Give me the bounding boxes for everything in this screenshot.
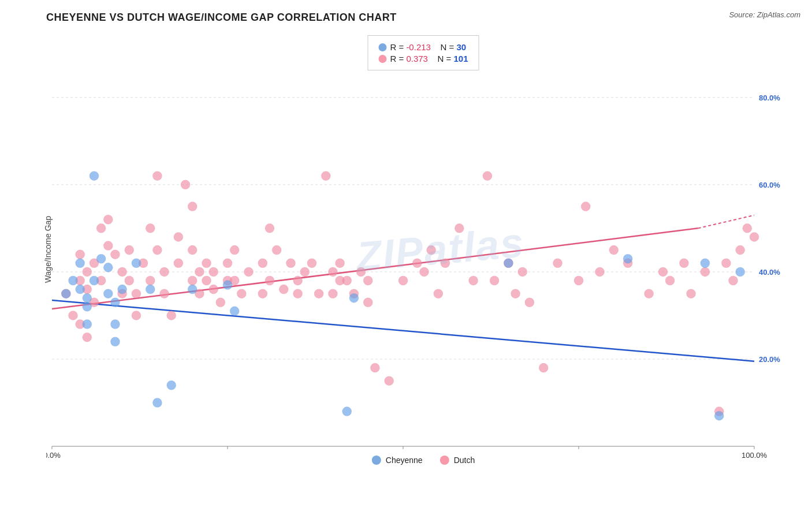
svg-point-69 (265, 276, 274, 285)
svg-point-72 (279, 285, 288, 294)
chart-title: CHEYENNE VS DUTCH WAGE/INCOME GAP CORREL… (46, 12, 800, 24)
svg-point-39 (132, 289, 141, 298)
svg-point-100 (490, 276, 499, 285)
svg-point-50 (181, 180, 190, 189)
svg-text:0.0%: 0.0% (46, 451, 61, 460)
svg-point-49 (174, 232, 183, 241)
dutch-n-value: 101 (454, 54, 468, 64)
svg-point-58 (209, 285, 218, 294)
svg-point-26 (83, 333, 92, 342)
svg-point-23 (76, 250, 85, 259)
svg-point-48 (174, 259, 183, 268)
svg-point-110 (609, 245, 619, 255)
svg-point-62 (223, 259, 232, 268)
svg-point-152 (714, 411, 724, 420)
svg-point-86 (356, 267, 366, 277)
svg-point-119 (721, 259, 731, 268)
svg-point-46 (160, 289, 169, 298)
svg-point-56 (202, 276, 211, 285)
svg-point-68 (258, 289, 267, 298)
svg-point-133 (96, 254, 106, 263)
svg-point-135 (103, 289, 113, 298)
svg-point-112 (645, 289, 654, 298)
svg-point-65 (237, 289, 246, 298)
svg-text:100.0%: 100.0% (742, 451, 768, 460)
svg-point-44 (152, 245, 162, 255)
svg-point-102 (511, 289, 520, 298)
svg-point-120 (729, 276, 738, 285)
svg-point-80 (328, 267, 337, 277)
svg-point-54 (195, 267, 204, 277)
svg-point-124 (61, 289, 70, 298)
legend-row-dutch: R = 0.373 N = 101 (378, 54, 468, 64)
svg-point-81 (328, 289, 337, 298)
svg-point-32 (103, 241, 113, 251)
y-axis-label: Wage/Income Gap (43, 216, 53, 283)
source-label: Source: ZipAtlas.com (729, 10, 800, 19)
svg-point-98 (469, 276, 478, 285)
svg-point-125 (68, 276, 77, 285)
svg-point-33 (110, 250, 120, 259)
svg-point-139 (118, 285, 127, 294)
svg-point-122 (743, 223, 752, 233)
legend-box: R = -0.213 N = 30 R = 0.373 N = 101 (367, 35, 479, 70)
svg-point-137 (110, 320, 120, 329)
svg-point-146 (230, 307, 239, 316)
svg-point-20 (68, 311, 77, 320)
svg-point-89 (370, 363, 379, 372)
svg-point-148 (349, 293, 359, 303)
svg-point-121 (736, 245, 745, 255)
svg-point-132 (90, 276, 99, 285)
dutch-bottom-dot (440, 456, 449, 465)
svg-point-83 (336, 259, 345, 268)
svg-point-88 (363, 298, 373, 307)
svg-point-52 (188, 245, 197, 255)
svg-point-97 (455, 223, 464, 233)
svg-point-129 (83, 302, 92, 311)
svg-point-142 (152, 398, 162, 407)
cheyenne-legend-text: R = -0.213 N = 30 (390, 42, 466, 52)
svg-point-37 (125, 276, 134, 285)
svg-point-103 (518, 267, 527, 277)
svg-point-36 (125, 245, 134, 255)
svg-point-95 (434, 289, 443, 298)
svg-point-78 (314, 289, 323, 298)
dutch-bottom-label: Dutch (454, 456, 475, 465)
dutch-legend-text: R = 0.373 N = 101 (390, 54, 468, 64)
cheyenne-bottom-label: Cheyenne (386, 456, 423, 465)
svg-point-63 (230, 245, 239, 255)
dutch-legend-dot (378, 55, 386, 63)
svg-point-67 (258, 259, 267, 268)
svg-point-136 (110, 298, 120, 307)
svg-point-43 (152, 171, 162, 181)
svg-line-16 (52, 300, 754, 361)
svg-point-93 (419, 267, 429, 277)
svg-point-134 (103, 263, 113, 272)
svg-point-79 (321, 171, 330, 181)
svg-point-114 (665, 276, 675, 285)
svg-point-25 (83, 267, 92, 277)
svg-text:20.0%: 20.0% (759, 355, 780, 364)
svg-point-99 (483, 171, 492, 181)
svg-point-149 (504, 259, 513, 268)
svg-point-70 (265, 223, 274, 233)
svg-point-71 (272, 245, 281, 255)
svg-point-115 (679, 259, 688, 268)
svg-point-144 (188, 285, 197, 294)
svg-point-123 (750, 232, 759, 241)
bottom-legend: Cheyenne Dutch (372, 456, 475, 465)
chart-container: CHEYENNE VS DUTCH WAGE/INCOME GAP CORREL… (0, 0, 812, 515)
svg-point-42 (146, 223, 155, 233)
svg-point-77 (307, 259, 316, 268)
bottom-legend-cheyenne: Cheyenne (372, 456, 423, 465)
svg-point-31 (103, 215, 113, 224)
svg-point-151 (701, 259, 710, 268)
svg-point-57 (202, 259, 211, 268)
bottom-legend-dutch: Dutch (440, 456, 475, 465)
cheyenne-n-value: 30 (457, 42, 467, 52)
svg-text:80.0%: 80.0% (759, 94, 780, 102)
dutch-r-value: 0.373 (406, 54, 428, 64)
svg-point-96 (441, 259, 450, 268)
svg-point-127 (76, 285, 85, 294)
svg-point-76 (300, 267, 310, 277)
